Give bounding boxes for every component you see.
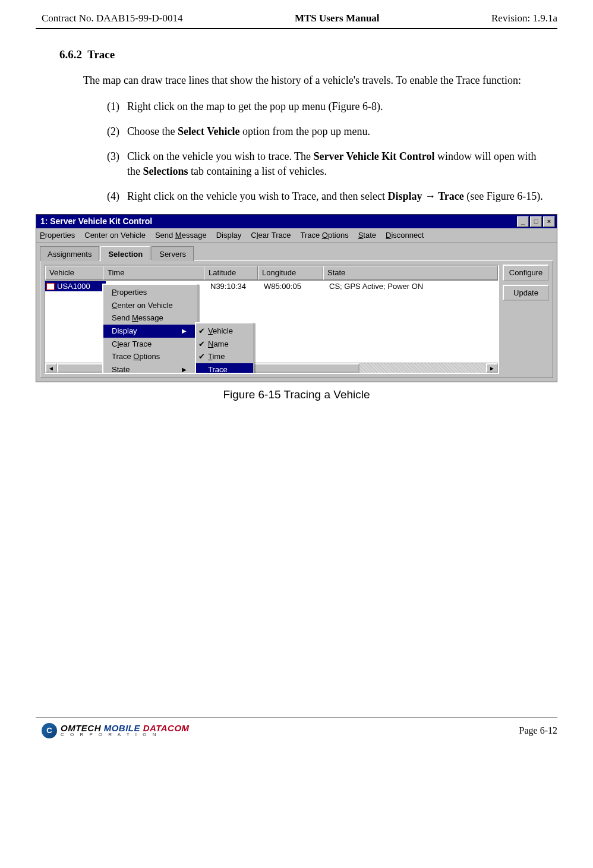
step-body: Click on the vehicle you wish to trace. … — [127, 149, 557, 178]
arrow-icon: → — [425, 190, 436, 202]
sub-vehicle[interactable]: ✔Vehicle — [196, 325, 253, 338]
vehicle-listview[interactable]: Vehicle Time Latitude Longitude State US… — [44, 265, 499, 374]
cell-vehicle[interactable]: USA1000 — [45, 281, 106, 292]
text: option from the pop up menu. — [239, 125, 370, 137]
text: Click on the vehicle you wish to trace. … — [127, 150, 314, 162]
step-1: (1) Right click on the map to get the po… — [107, 99, 557, 114]
context-menu[interactable]: Properties Center on Vehicle Send Messag… — [102, 284, 198, 374]
tab-selection[interactable]: Selection — [100, 246, 150, 262]
close-button[interactable]: × — [543, 216, 555, 227]
step-list: (1) Right click on the map to get the po… — [107, 99, 557, 203]
ctx-properties[interactable]: Properties — [103, 286, 197, 299]
col-vehicle[interactable]: Vehicle — [45, 266, 103, 280]
vehicle-icon — [46, 283, 55, 290]
col-latitude[interactable]: Latitude — [204, 266, 258, 280]
listview-header-row: Vehicle Time Latitude Longitude State — [45, 266, 498, 281]
menu-state[interactable]: State — [358, 230, 376, 241]
cell-longitude: W85:00:05 — [260, 281, 326, 292]
step-number: (2) — [107, 124, 127, 139]
display-submenu[interactable]: ✔Vehicle ✔Name ✔Time Trace — [195, 322, 254, 374]
check-icon: ✔ — [198, 326, 205, 336]
company-logo: C OMTECH MOBILE DATACOM C O R P O R A T … — [42, 723, 190, 738]
ctx-trace-options[interactable]: Trace Options — [103, 350, 197, 363]
page-header: Contract No. DAAB15-99-D-0014 MTS Users … — [36, 12, 557, 26]
text: Choose the — [127, 125, 178, 137]
vehicle-id: USA1000 — [57, 281, 90, 292]
update-button[interactable]: Update — [503, 285, 549, 301]
menu-center-on-vehicle[interactable]: Center on Vehicle — [84, 230, 146, 241]
menu-send-message[interactable]: Send Message — [155, 230, 207, 241]
text: (see Figure 6-15). — [464, 190, 543, 202]
tab-panel: Vehicle Time Latitude Longitude State US… — [40, 260, 553, 378]
ctx-send-message[interactable]: Send Message — [103, 312, 197, 325]
menu-trace-options[interactable]: Trace Options — [300, 230, 348, 241]
cell-latitude: N39:10:34 — [207, 281, 260, 292]
text: tab containing a list of vehicles. — [188, 165, 327, 177]
sub-time[interactable]: ✔Time — [196, 350, 253, 363]
ctx-clear-trace[interactable]: Clear Trace — [103, 338, 197, 351]
tab-row: Assignments Selection Servers — [36, 243, 557, 261]
section-title-text: Trace — [87, 48, 115, 61]
window-title: 1: Server Vehicle Kit Control — [38, 216, 152, 227]
bold-text: Display → Trace — [387, 190, 463, 202]
tab-assignments[interactable]: Assignments — [40, 246, 99, 262]
menu-display[interactable]: Display — [216, 230, 242, 241]
step-number: (3) — [107, 149, 127, 178]
section-number: 6.6.2 — [59, 48, 82, 61]
section-heading: 6.6.2 Trace — [59, 47, 557, 62]
text: Right click on the vehicle you wish to T… — [127, 190, 387, 202]
logo-globe-icon: C — [42, 723, 57, 738]
menu-properties[interactable]: Properties — [40, 230, 75, 241]
check-icon: ✔ — [198, 339, 205, 350]
page-number: Page 6-12 — [519, 724, 557, 737]
configure-button[interactable]: Configure — [503, 265, 549, 281]
menubar[interactable]: Properties Center on Vehicle Send Messag… — [36, 228, 557, 243]
footer-rule — [36, 718, 557, 718]
step-body: Right click on the vehicle you wish to T… — [127, 189, 557, 203]
bold-text: Selections — [143, 165, 188, 177]
figure-caption: Figure 6-15 Tracing a Vehicle — [36, 387, 557, 402]
menu-disconnect[interactable]: Disconnect — [386, 230, 424, 241]
scroll-right-button[interactable]: ► — [486, 363, 498, 373]
sub-name[interactable]: ✔Name — [196, 338, 253, 351]
step-number: (4) — [107, 189, 127, 203]
step-number: (1) — [107, 99, 127, 114]
step-body: Right click on the map to get the pop up… — [127, 99, 557, 114]
tab-servers[interactable]: Servers — [152, 246, 194, 262]
step-4: (4) Right click on the vehicle you wish … — [107, 189, 557, 203]
col-longitude[interactable]: Longitude — [258, 266, 323, 280]
scroll-left-button[interactable]: ◄ — [45, 363, 57, 373]
ctx-display[interactable]: Display▶ — [103, 325, 197, 338]
cell-state: CS; GPS Active; Power ON — [326, 281, 498, 292]
side-button-column: Configure Update — [503, 265, 549, 374]
page-footer: C OMTECH MOBILE DATACOM C O R P O R A T … — [36, 723, 557, 738]
chevron-right-icon: ▶ — [182, 327, 187, 335]
chevron-right-icon: ▶ — [182, 366, 187, 374]
menu-clear-trace[interactable]: Clear Trace — [251, 230, 291, 241]
col-time[interactable]: Time — [103, 266, 204, 280]
check-icon: ✔ — [198, 351, 205, 362]
screenshot-window: 1: Server Vehicle Kit Control _ □ × Prop… — [36, 214, 557, 382]
step-2: (2) Choose the Select Vehicle option fro… — [107, 124, 557, 139]
minimize-button[interactable]: _ — [517, 216, 529, 227]
ctx-state[interactable]: State▶ — [103, 363, 197, 375]
col-state[interactable]: State — [323, 266, 498, 280]
titlebar[interactable]: 1: Server Vehicle Kit Control _ □ × — [36, 215, 557, 228]
step-3: (3) Click on the vehicle you wish to tra… — [107, 149, 557, 178]
contract-number: Contract No. DAAB15-99-D-0014 — [42, 12, 183, 26]
revision: Revision: 1.9.1a — [491, 12, 557, 26]
step-body: Choose the Select Vehicle option from th… — [127, 124, 557, 139]
header-rule — [36, 28, 557, 29]
logo-text: OMTECH MOBILE DATACOM C O R P O R A T I … — [61, 724, 190, 737]
doc-title: MTS Users Manual — [295, 12, 380, 26]
bold-text: Select Vehicle — [178, 125, 239, 137]
maximize-button[interactable]: □ — [530, 216, 542, 227]
bold-text: Server Vehicle Kit Control — [314, 150, 435, 162]
sub-trace[interactable]: Trace — [196, 363, 253, 374]
ctx-center-on-vehicle[interactable]: Center on Vehicle — [103, 299, 197, 312]
intro-paragraph: The map can draw trace lines that show t… — [83, 73, 557, 87]
